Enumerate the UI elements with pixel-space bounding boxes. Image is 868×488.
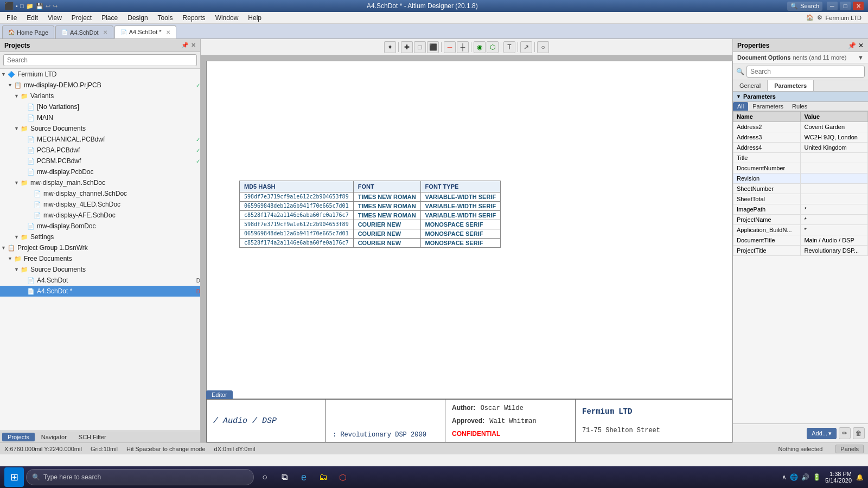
param-row-address3[interactable]: Address3 WC2H 9JQ, London [733, 132, 868, 143]
tab-a4-2-close[interactable]: ✕ [166, 29, 170, 35]
right-panel-pin[interactable]: 📌 [848, 42, 856, 49]
tree-arrow: ▼ [1, 72, 8, 77]
tree-item-mechanical[interactable]: 📄 MECHANICAL.PCBdwf ✓ [0, 134, 200, 145]
tree-item-pcbdoc[interactable]: 📄 mw-display.PcbDoc [0, 166, 200, 177]
tray-arrow[interactable]: ∧ [782, 473, 787, 481]
tree-item-novar[interactable]: 📄 [No Variations] [0, 101, 200, 112]
taskbar-cortana[interactable]: ○ [256, 468, 273, 486]
tree-item-prjpcb[interactable]: ▼ 📋 mw-display-DEMO.PrjPCB ✓ [0, 80, 200, 91]
minimize-button[interactable]: ─ [827, 2, 838, 10]
tree-item-main[interactable]: 📄 MAIN [0, 112, 200, 123]
tree-item-maindoc[interactable]: ▼ 📁 mw-display_main.SchDoc [0, 177, 200, 188]
edit-button[interactable]: ✏ [839, 427, 851, 439]
taskbar-search[interactable]: 🔍 Type here to search [26, 469, 254, 485]
add-button[interactable]: Add... ▾ [807, 428, 837, 439]
project-search-input[interactable] [3, 54, 197, 66]
tree-item-variants[interactable]: ▼ 📁 Variants [0, 91, 200, 101]
taskbar-altium[interactable]: ⬡ [334, 468, 352, 486]
tree-item-bomdoc[interactable]: 📄 mw-display.BomDoc [0, 221, 200, 232]
sch-tool-2[interactable]: ✚ [401, 41, 413, 53]
param-row-sheettotal[interactable]: SheetTotal [733, 194, 868, 204]
maximize-button[interactable]: □ [840, 2, 851, 10]
sch-tool-11[interactable]: ○ [537, 41, 549, 53]
menubar: File Edit View Project Place Design Tool… [0, 12, 868, 24]
tab-a4schdot-2[interactable]: 📄 A4.SchDot * ✕ [114, 25, 176, 38]
taskbar-explorer[interactable]: 🗂 [315, 468, 332, 486]
params-subtab-all[interactable]: All [733, 102, 748, 111]
menu-edit[interactable]: Edit [22, 13, 42, 23]
taskbar-multitask[interactable]: ⧉ [276, 468, 293, 486]
bottom-tab-navigator[interactable]: Navigator [36, 433, 72, 441]
tree-item-settings[interactable]: ▼ 📁 Settings [0, 232, 200, 242]
bottom-tab-projects[interactable]: Projects [2, 433, 35, 441]
param-row-projectname[interactable]: ProjectName * [733, 215, 868, 225]
param-row-revision[interactable]: Revision [733, 174, 868, 184]
tab-parameters[interactable]: Parameters [768, 80, 814, 91]
param-row-imagepath[interactable]: ImagePath * [733, 204, 868, 215]
tree-item-projgroup[interactable]: ▼ 📋 Project Group 1.DsnWrk [0, 242, 200, 253]
menu-help[interactable]: Help [244, 13, 266, 23]
tree-item-channel[interactable]: 📄 mw-display_channel.SchDoc [0, 188, 200, 199]
tab-general[interactable]: General [733, 80, 768, 91]
sch-tool-8[interactable]: ⬡ [487, 41, 499, 53]
param-row-address2[interactable]: Address2 Covent Garden [733, 122, 868, 132]
right-panel-close[interactable]: ✕ [858, 42, 864, 49]
hash-table-container: MD5 HASH FONT FONT TYPE 598df7e3719cf9a1… [239, 181, 501, 248]
tab-homepage[interactable]: 🏠 Home Page [2, 25, 54, 38]
filter-icon[interactable]: ▼ [858, 54, 864, 61]
tree-item-pcba[interactable]: 📄 PCBA.PCBdwf ✓ [0, 145, 200, 156]
sch-tool-1[interactable]: ✦ [384, 41, 396, 53]
params-section-header[interactable]: ▼ Parameters [733, 92, 868, 102]
sch-tool-9[interactable]: T [503, 41, 515, 53]
start-button[interactable]: ⊞ [4, 467, 24, 487]
menu-tools[interactable]: Tools [154, 13, 177, 23]
tree-item-sourcedocs2[interactable]: ▼ 📁 Source Documents [0, 264, 200, 275]
menu-place[interactable]: Place [97, 13, 122, 23]
menu-design[interactable]: Design [123, 13, 152, 23]
menu-project[interactable]: Project [67, 13, 96, 23]
tree-item-fermium[interactable]: ▼ 🔷 Fermium LTD [0, 69, 200, 80]
param-row-title[interactable]: Title [733, 153, 868, 163]
panels-button[interactable]: Panels [835, 445, 864, 453]
tree-item-sourcedocs1[interactable]: ▼ 📁 Source Documents [0, 123, 200, 134]
params-subtab-parameters[interactable]: Parameters [748, 102, 788, 111]
tree-item-a4-2[interactable]: 📄 A4.SchDot * D [0, 286, 200, 297]
tab-a4schdot-1[interactable]: 📄 A4.SchDot ✕ [55, 25, 113, 38]
taskbar-edge[interactable]: e [295, 468, 312, 486]
tree-item-4led[interactable]: 📄 mw-display_4LED.SchDoc [0, 199, 200, 210]
param-row-appbuild[interactable]: Application_BuildN... * [733, 225, 868, 235]
notification-icon[interactable]: 🔔 [856, 474, 864, 481]
editor-tab[interactable]: Editor [206, 390, 233, 399]
params-subtab-rules[interactable]: Rules [788, 102, 812, 111]
window-title: A4.SchDot * - Altium Designer (20.1.8) [58, 2, 788, 10]
close-button[interactable]: ✕ [853, 2, 864, 10]
param-row-address4[interactable]: Address4 United Kingdom [733, 143, 868, 153]
tree-item-a4-1[interactable]: 📄 A4.SchDot D [0, 275, 200, 286]
left-panel-close[interactable]: ✕ [191, 42, 196, 49]
sch-tool-5[interactable]: ─ [444, 41, 456, 53]
menu-window[interactable]: Window [211, 13, 243, 23]
sch-tool-6[interactable]: ┼ [457, 41, 469, 53]
schematic-canvas[interactable]: MD5 HASH FONT FONT TYPE 598df7e3719cf9a1… [201, 55, 732, 442]
param-row-projtitle[interactable]: ProjectTitle Revolutionary DSP... [733, 246, 868, 256]
menu-reports[interactable]: Reports [178, 13, 210, 23]
sch-tool-7[interactable]: ◉ [474, 41, 486, 53]
menu-file[interactable]: File [2, 13, 21, 23]
menu-view[interactable]: View [43, 13, 66, 23]
delete-button[interactable]: 🗑 [853, 427, 865, 439]
param-row-docnum[interactable]: DocumentNumber [733, 163, 868, 174]
tree-item-afe[interactable]: 📄 mw-display-AFE.SchDoc [0, 210, 200, 221]
param-row-sheetnum[interactable]: SheetNumber [733, 184, 868, 194]
sch-tool-3[interactable]: □ [414, 41, 426, 53]
sch-tool-4[interactable]: ⬛ [427, 41, 439, 53]
right-search-input[interactable] [746, 66, 865, 78]
tab-a4-1-close[interactable]: ✕ [103, 29, 107, 35]
tree-item-freedocs[interactable]: ▼ 📁 Free Documents [0, 253, 200, 264]
param-row-doctitle[interactable]: DocumentTitle Main / Audio / DSP [733, 235, 868, 246]
left-panel-pin[interactable]: 📌 [181, 42, 189, 49]
sch-tool-10[interactable]: ↗ [520, 41, 532, 53]
taskbar-right: ∧ 🌐 🔊 🔋 1:38 PM 5/14/2020 🔔 [782, 471, 864, 484]
tree-item-pcbm[interactable]: 📄 PCBM.PCBdwf ✓ [0, 156, 200, 166]
bottom-tab-schfilter[interactable]: SCH Filter [73, 433, 112, 441]
titlebar-search[interactable]: 🔍 Search [787, 2, 822, 11]
